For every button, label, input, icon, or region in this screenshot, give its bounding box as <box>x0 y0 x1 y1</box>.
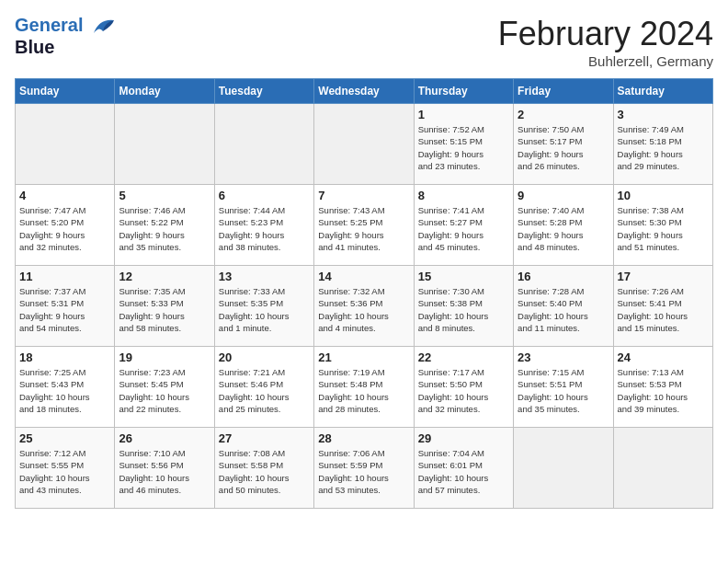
day-number: 3 <box>618 108 709 121</box>
day-number: 19 <box>119 350 210 364</box>
calendar-day-cell: 20Sunrise: 7:21 AM Sunset: 5:46 PM Dayli… <box>214 347 313 428</box>
calendar-week-row: 18Sunrise: 7:25 AM Sunset: 5:43 PM Dayli… <box>16 347 713 428</box>
day-number: 9 <box>518 189 609 202</box>
calendar-day-cell: 27Sunrise: 7:08 AM Sunset: 5:58 PM Dayli… <box>214 428 313 509</box>
day-number: 4 <box>19 189 110 202</box>
day-info: Sunrise: 7:33 AM Sunset: 5:35 PM Dayligh… <box>219 285 310 334</box>
day-number: 2 <box>518 108 609 121</box>
day-info: Sunrise: 7:46 AM Sunset: 5:22 PM Dayligh… <box>119 204 210 253</box>
title-block: February 2024 Buhlerzell, Germany <box>498 15 713 69</box>
column-header-tuesday: Tuesday <box>214 79 313 104</box>
calendar-day-cell: 26Sunrise: 7:10 AM Sunset: 5:56 PM Dayli… <box>115 428 214 509</box>
day-info: Sunrise: 7:44 AM Sunset: 5:23 PM Dayligh… <box>219 204 310 253</box>
day-info: Sunrise: 7:32 AM Sunset: 5:36 PM Dayligh… <box>318 285 409 334</box>
day-number: 11 <box>19 270 110 283</box>
day-info: Sunrise: 7:06 AM Sunset: 5:59 PM Dayligh… <box>318 447 409 496</box>
calendar-day-cell: 23Sunrise: 7:15 AM Sunset: 5:51 PM Dayli… <box>514 347 613 428</box>
day-info: Sunrise: 7:10 AM Sunset: 5:56 PM Dayligh… <box>119 447 210 496</box>
day-info: Sunrise: 7:21 AM Sunset: 5:46 PM Dayligh… <box>219 366 310 415</box>
calendar-day-cell: 3Sunrise: 7:49 AM Sunset: 5:18 PM Daylig… <box>613 104 712 185</box>
column-header-friday: Friday <box>514 79 613 104</box>
day-number: 18 <box>19 350 110 364</box>
day-info: Sunrise: 7:52 AM Sunset: 5:15 PM Dayligh… <box>418 123 509 172</box>
day-number: 15 <box>418 270 509 283</box>
day-info: Sunrise: 7:35 AM Sunset: 5:33 PM Dayligh… <box>119 285 210 334</box>
calendar-day-cell: 22Sunrise: 7:17 AM Sunset: 5:50 PM Dayli… <box>414 347 513 428</box>
day-number: 13 <box>219 270 310 283</box>
day-info: Sunrise: 7:23 AM Sunset: 5:45 PM Dayligh… <box>119 366 210 415</box>
day-number: 5 <box>119 189 210 202</box>
logo-blue-text: Blue <box>15 37 116 58</box>
calendar-day-cell: 25Sunrise: 7:12 AM Sunset: 5:55 PM Dayli… <box>16 428 115 509</box>
day-info: Sunrise: 7:08 AM Sunset: 5:58 PM Dayligh… <box>219 447 310 496</box>
day-number: 12 <box>119 270 210 283</box>
calendar-body: 1Sunrise: 7:52 AM Sunset: 5:15 PM Daylig… <box>16 104 713 509</box>
column-header-wednesday: Wednesday <box>314 79 414 104</box>
empty-day-cell <box>514 428 613 509</box>
calendar-week-row: 1Sunrise: 7:52 AM Sunset: 5:15 PM Daylig… <box>16 104 713 185</box>
calendar-day-cell: 21Sunrise: 7:19 AM Sunset: 5:48 PM Dayli… <box>314 347 414 428</box>
day-number: 16 <box>518 270 609 283</box>
calendar-day-cell: 15Sunrise: 7:30 AM Sunset: 5:38 PM Dayli… <box>414 266 513 347</box>
day-number: 29 <box>418 431 509 445</box>
day-number: 26 <box>119 431 210 445</box>
day-info: Sunrise: 7:40 AM Sunset: 5:28 PM Dayligh… <box>518 204 609 253</box>
column-header-saturday: Saturday <box>613 79 712 104</box>
day-number: 7 <box>318 189 409 202</box>
day-info: Sunrise: 7:13 AM Sunset: 5:53 PM Dayligh… <box>618 366 709 415</box>
logo-bird-icon <box>90 17 116 37</box>
day-number: 10 <box>618 189 709 202</box>
day-info: Sunrise: 7:04 AM Sunset: 6:01 PM Dayligh… <box>418 447 509 496</box>
calendar-day-cell: 28Sunrise: 7:06 AM Sunset: 5:59 PM Dayli… <box>314 428 414 509</box>
calendar-day-cell: 11Sunrise: 7:37 AM Sunset: 5:31 PM Dayli… <box>16 266 115 347</box>
day-number: 14 <box>318 270 409 283</box>
day-number: 24 <box>618 350 709 364</box>
day-number: 27 <box>219 431 310 445</box>
day-info: Sunrise: 7:41 AM Sunset: 5:27 PM Dayligh… <box>418 204 509 253</box>
empty-day-cell <box>314 104 414 185</box>
calendar-header-row: SundayMondayTuesdayWednesdayThursdayFrid… <box>16 79 713 104</box>
day-info: Sunrise: 7:26 AM Sunset: 5:41 PM Dayligh… <box>618 285 709 334</box>
calendar-day-cell: 10Sunrise: 7:38 AM Sunset: 5:30 PM Dayli… <box>613 185 712 266</box>
calendar-day-cell: 18Sunrise: 7:25 AM Sunset: 5:43 PM Dayli… <box>16 347 115 428</box>
calendar-day-cell: 14Sunrise: 7:32 AM Sunset: 5:36 PM Dayli… <box>314 266 414 347</box>
day-number: 22 <box>418 350 509 364</box>
calendar-week-row: 11Sunrise: 7:37 AM Sunset: 5:31 PM Dayli… <box>16 266 713 347</box>
day-info: Sunrise: 7:15 AM Sunset: 5:51 PM Dayligh… <box>518 366 609 415</box>
calendar-table: SundayMondayTuesdayWednesdayThursdayFrid… <box>15 78 713 509</box>
day-number: 8 <box>418 189 509 202</box>
calendar-day-cell: 13Sunrise: 7:33 AM Sunset: 5:35 PM Dayli… <box>214 266 313 347</box>
day-info: Sunrise: 7:12 AM Sunset: 5:55 PM Dayligh… <box>19 447 110 496</box>
day-number: 23 <box>518 350 609 364</box>
day-info: Sunrise: 7:50 AM Sunset: 5:17 PM Dayligh… <box>518 123 609 172</box>
calendar-day-cell: 12Sunrise: 7:35 AM Sunset: 5:33 PM Dayli… <box>115 266 214 347</box>
calendar-day-cell: 8Sunrise: 7:41 AM Sunset: 5:27 PM Daylig… <box>414 185 513 266</box>
calendar-day-cell: 19Sunrise: 7:23 AM Sunset: 5:45 PM Dayli… <box>115 347 214 428</box>
month-title: February 2024 <box>498 15 713 53</box>
calendar-day-cell: 9Sunrise: 7:40 AM Sunset: 5:28 PM Daylig… <box>514 185 613 266</box>
calendar-day-cell: 29Sunrise: 7:04 AM Sunset: 6:01 PM Dayli… <box>414 428 513 509</box>
column-header-sunday: Sunday <box>16 79 115 104</box>
calendar-day-cell: 7Sunrise: 7:43 AM Sunset: 5:25 PM Daylig… <box>314 185 414 266</box>
logo: General Blue <box>15 15 116 58</box>
logo-text: General <box>15 15 116 37</box>
day-info: Sunrise: 7:47 AM Sunset: 5:20 PM Dayligh… <box>19 204 110 253</box>
calendar-week-row: 4Sunrise: 7:47 AM Sunset: 5:20 PM Daylig… <box>16 185 713 266</box>
day-number: 17 <box>618 270 709 283</box>
calendar-day-cell: 24Sunrise: 7:13 AM Sunset: 5:53 PM Dayli… <box>613 347 712 428</box>
empty-day-cell <box>214 104 313 185</box>
day-info: Sunrise: 7:19 AM Sunset: 5:48 PM Dayligh… <box>318 366 409 415</box>
calendar-day-cell: 1Sunrise: 7:52 AM Sunset: 5:15 PM Daylig… <box>414 104 513 185</box>
day-info: Sunrise: 7:28 AM Sunset: 5:40 PM Dayligh… <box>518 285 609 334</box>
column-header-thursday: Thursday <box>414 79 513 104</box>
day-number: 6 <box>219 189 310 202</box>
day-number: 21 <box>318 350 409 364</box>
column-header-monday: Monday <box>115 79 214 104</box>
day-number: 28 <box>318 431 409 445</box>
empty-day-cell <box>115 104 214 185</box>
day-info: Sunrise: 7:25 AM Sunset: 5:43 PM Dayligh… <box>19 366 110 415</box>
day-number: 25 <box>19 431 110 445</box>
day-info: Sunrise: 7:49 AM Sunset: 5:18 PM Dayligh… <box>618 123 709 172</box>
page-header: General Blue February 2024 Buhlerzell, G… <box>15 15 713 69</box>
calendar-day-cell: 16Sunrise: 7:28 AM Sunset: 5:40 PM Dayli… <box>514 266 613 347</box>
